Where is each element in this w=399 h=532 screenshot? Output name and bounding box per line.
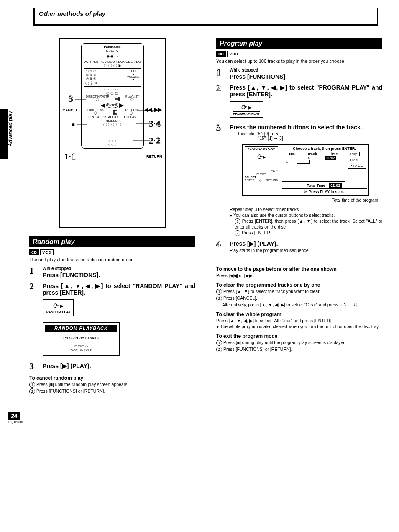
ps-play-label: PLAY <box>245 169 278 172</box>
program-play-screen: PROGRAM PLAY ⟳▸ PLAY ▭▭▭ SELECT ENTER◇RE… <box>242 144 369 196</box>
callout-return: RETURN <box>146 154 162 159</box>
cancel-random-1: 1 Press [■] until the random play screen… <box>29 382 195 388</box>
ps-total-val: 02:02 <box>329 183 342 188</box>
clear1-alt: Alternatively, press [▲, ▼, ◀, ▶] to sel… <box>216 302 382 307</box>
pstep-3-title: Press the numbered buttons to select the… <box>230 124 382 131</box>
badge-cd: CD <box>29 249 39 255</box>
page-number: 24 <box>8 412 20 420</box>
random-play-icon-box: ⟳ ▸ RANDOM PLAY <box>43 299 74 316</box>
callout-stop: ■ <box>72 122 75 128</box>
doc-code: RQT6636 <box>8 420 382 424</box>
pstep-1-title: Press [FUNCTIONS]. <box>230 73 382 80</box>
badge-vcd-2: VCD <box>227 51 240 57</box>
badge-cd-2: CD <box>216 51 226 57</box>
random-play-header: Random play <box>29 236 195 247</box>
screen-caption: Total time of the program <box>230 198 378 203</box>
clearall-heading: To clear the whole program <box>216 311 382 317</box>
pstep-4-sub: Play starts in the programmed sequence. <box>230 248 382 253</box>
ps-enter-label: ENTER <box>245 179 255 182</box>
clear1-1: 1 Press [▲, ▼] to select the track you w… <box>216 289 382 295</box>
exit-2: 2 Press [FUNCTIONS] or [RETURN]. <box>216 347 382 352</box>
pstep-4-title: Press [▶] (PLAY). <box>230 240 382 247</box>
rpb-controls: ▭▭▭ ◇PLAY RETURN <box>43 342 119 355</box>
ps-select-label: SELECT <box>245 176 278 179</box>
program-play-icon-box: ⟳ ▸ PROGRAM PLAY <box>230 101 263 118</box>
program-icon-label: PROGRAM PLAY <box>233 111 260 116</box>
step-1-title: Press [FUNCTIONS]. <box>43 272 195 278</box>
cursor-2: 2 Press [ENTER]. <box>230 230 382 236</box>
ps-btn-play: Play <box>348 152 360 156</box>
col-track: Track <box>307 152 317 156</box>
left-column: Panasonic DVD/TV ◉ ◉ ▭ VCR Plus TV/VIDEO… <box>29 34 195 395</box>
step-2-title: Press [▲, ▼, ◀, ▶] to select "RANDOM PLA… <box>43 283 195 296</box>
side-label: Advanced play <box>8 111 13 146</box>
col-time: Time <box>329 152 338 156</box>
ps-hint: ☞ Press PLAY to start. <box>282 188 367 194</box>
cancel-random-heading: To cancel random play <box>29 375 195 381</box>
remote-subbrand: DVD/TV <box>83 49 142 53</box>
cursor-1: 1 Press [ENTER], then press [▲, ▼] to se… <box>230 218 382 229</box>
step-1-number: 1 <box>29 266 39 279</box>
pstep-4-number: 4 <box>216 239 226 254</box>
pstep-2-title: Press [▲, ▼, ◀, ▶] to select "PROGRAM PL… <box>230 84 382 98</box>
repeat-text: Repeat step 3 to select other tracks. <box>230 207 382 212</box>
step-3-number: 3 <box>29 362 39 371</box>
step-2-number: 2 <box>29 282 39 359</box>
ps-return-label: RETURN <box>266 179 278 182</box>
page-header: Other methods of play <box>33 8 378 26</box>
rpb-text: Press PLAY to start. <box>43 333 119 342</box>
right-column: Program play CD VCD You can select up to… <box>216 34 382 395</box>
random-icon: ⟳ ▸ <box>46 302 71 310</box>
cancel-random-2: 2 Press [FUNCTIONS] or [RETURN]. <box>29 388 195 394</box>
step-1-small: While stopped <box>43 266 195 271</box>
program-icon: ⟳ ▸ <box>233 103 260 111</box>
clearall-note: ● The whole program is also cleared when… <box>216 324 382 329</box>
ps-btn-allclear: All Clear <box>348 164 366 169</box>
program-intro: You can select up to 100 tracks to play … <box>216 59 382 64</box>
callout-3: 3 <box>69 93 73 104</box>
ps-choose: Choose a track, then press ENTER. <box>282 146 367 151</box>
remote-diagram: Panasonic DVD/TV ◉ ◉ ▭ VCR Plus TV/VIDEO… <box>59 38 166 228</box>
step-3-title: Press [▶] (PLAY). <box>43 362 195 369</box>
row2-no: 2 <box>286 160 288 164</box>
callout-cancel: CANCEL <box>63 108 79 112</box>
callout-34: 3·4 <box>149 118 161 129</box>
pstep-1-number: 1 <box>216 68 226 81</box>
divider <box>216 260 382 260</box>
pstep-3-number: 3 <box>216 123 226 237</box>
side-tab <box>0 109 8 159</box>
clear1-2: 2 Press [CANCEL]. <box>216 296 382 301</box>
example-2: "15": [1] ➔ [5] <box>258 136 382 141</box>
row1-track: 6 <box>308 156 309 160</box>
example-1: Example: "5": [0] ➔ [5] <box>238 131 382 136</box>
remote-brand: Panasonic <box>83 45 142 49</box>
col-no: No. <box>289 152 295 156</box>
exit-heading: To exit the program mode <box>216 333 382 339</box>
random-playback-screen: RANDOM PLAYBACK Press PLAY to start. ▭▭▭… <box>43 322 120 356</box>
exit-1: 1 Press [■] during play until the progra… <box>216 340 382 346</box>
move-text: Press [◀◀] or [▶▶]. <box>216 273 382 278</box>
random-icon-label: RANDOM PLAY <box>46 310 71 314</box>
cursor-note: ● You can also use the cursor buttons to… <box>230 213 382 218</box>
rpb-header: RANDOM PLAYBACK <box>45 325 117 332</box>
row1-no: 1 <box>291 156 292 160</box>
move-heading: To move to the page before or after the … <box>216 266 382 272</box>
clearall-text: Press [▲, ▼, ◀, ▶] to select "All Clear"… <box>216 318 382 323</box>
ps-title: PROGRAM PLAY <box>245 146 278 151</box>
ps-total-label: Total Time <box>307 183 325 188</box>
callout-22: 2·2 <box>149 135 161 146</box>
row1-time: 02:02 <box>325 156 336 160</box>
random-intro: The unit plays the tracks on a disc in r… <box>29 257 195 262</box>
program-play-header: Program play <box>216 38 382 49</box>
callout-rewff: ◀◀, ▶▶ <box>144 107 162 113</box>
badge-vcd: VCD <box>40 249 54 255</box>
clear1-heading: To clear the programmed tracks one by on… <box>216 282 382 288</box>
ps-nav-icon: ▭▭▭ <box>245 172 278 176</box>
callout-11: 1·1 <box>64 151 76 162</box>
pstep-1-small: While stopped <box>230 68 382 72</box>
ps-btn-clear: Clear <box>348 158 361 162</box>
pstep-2-number: 2 <box>216 83 226 121</box>
ps-icon: ⟳▸ <box>245 153 278 161</box>
